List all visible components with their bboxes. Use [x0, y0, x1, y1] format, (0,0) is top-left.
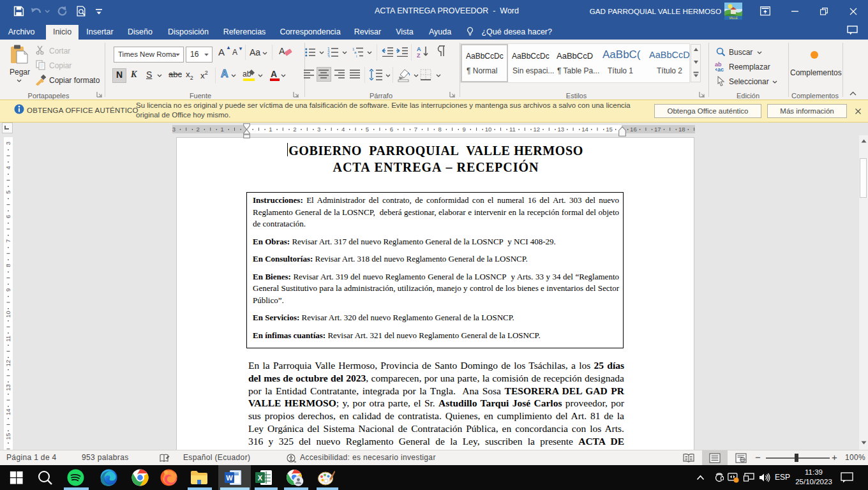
svg-text:11: 11: [509, 126, 516, 133]
svg-text:3: 3: [317, 126, 320, 133]
svg-text:ac: ac: [717, 66, 724, 72]
svg-text:i: i: [356, 54, 357, 57]
svg-text:17: 17: [654, 126, 661, 133]
svg-text:X: X: [257, 474, 262, 482]
svg-text:4: 4: [341, 126, 345, 133]
svg-text:18: 18: [678, 126, 685, 133]
svg-text:9: 9: [462, 126, 465, 133]
svg-text:A: A: [417, 46, 421, 52]
svg-text:15: 15: [4, 433, 11, 440]
svg-text:12: 12: [534, 126, 541, 133]
svg-text:VALLE: VALLE: [729, 17, 738, 20]
svg-text:7: 7: [414, 126, 417, 133]
svg-text:6: 6: [4, 215, 11, 218]
svg-text:ab: ab: [243, 70, 251, 78]
svg-text:3: 3: [327, 54, 330, 57]
svg-text:14: 14: [581, 126, 588, 133]
svg-text:Z: Z: [417, 52, 421, 58]
svg-text:4: 4: [4, 166, 11, 169]
svg-text:8: 8: [438, 126, 442, 133]
svg-text:10: 10: [485, 126, 492, 133]
svg-text:12: 12: [4, 360, 11, 367]
svg-text:1: 1: [269, 126, 272, 133]
svg-text:A: A: [279, 46, 285, 56]
svg-text:2: 2: [197, 126, 200, 133]
svg-text:5: 5: [366, 126, 369, 133]
svg-text:13: 13: [4, 384, 11, 391]
svg-text:10: 10: [4, 311, 11, 318]
svg-text:2: 2: [293, 126, 296, 133]
svg-text:W: W: [226, 474, 233, 482]
svg-text:A: A: [271, 69, 277, 79]
svg-text:6: 6: [390, 126, 393, 133]
svg-text:1: 1: [220, 126, 223, 133]
svg-text:9: 9: [4, 288, 11, 292]
svg-text:3: 3: [4, 142, 11, 145]
svg-text:14: 14: [4, 409, 11, 416]
svg-text:16: 16: [630, 126, 637, 133]
svg-text:15: 15: [606, 126, 613, 133]
svg-text:7: 7: [4, 239, 11, 242]
svg-text:8: 8: [4, 264, 11, 267]
svg-text:11: 11: [4, 336, 11, 342]
svg-text:13: 13: [557, 126, 564, 133]
svg-text:3: 3: [172, 126, 176, 133]
svg-text:5: 5: [4, 190, 11, 193]
